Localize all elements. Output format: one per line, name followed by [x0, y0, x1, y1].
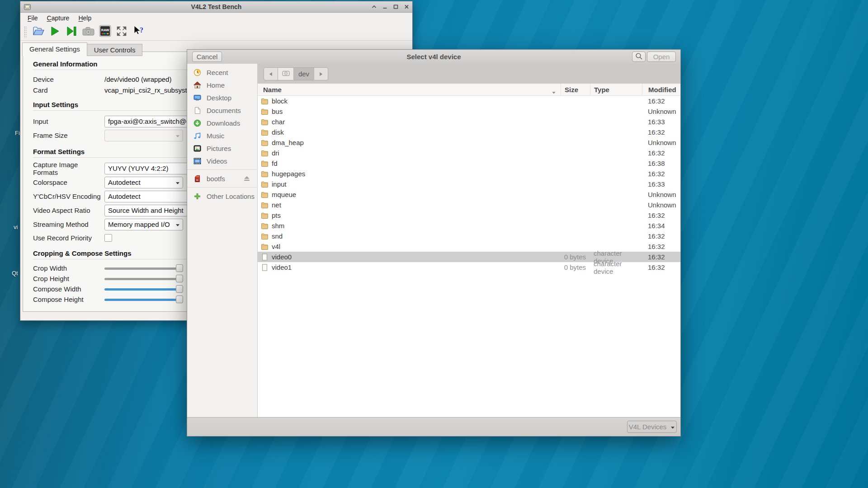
desktop-icon-label[interactable]: Qt: [12, 270, 18, 277]
file-row-video1[interactable]: video10 bytescharacter device16:32: [258, 262, 680, 272]
fullscreen-button[interactable]: [115, 25, 128, 39]
raw-capture-button[interactable]: RAW: [98, 25, 112, 39]
compose-height-slider[interactable]: [104, 296, 183, 304]
crop-height-slider[interactable]: [104, 275, 183, 283]
field-label: Crop Width: [33, 264, 104, 272]
maximize-icon[interactable]: [393, 5, 399, 9]
step-frame-button[interactable]: [65, 25, 78, 39]
column-header-size[interactable]: Size: [561, 84, 590, 95]
tab-general-settings[interactable]: General Settings: [22, 42, 87, 56]
file-row-pts[interactable]: pts16:32: [258, 210, 680, 221]
folder-icon: [261, 223, 269, 229]
svg-text:SD: SD: [196, 179, 199, 181]
sidebar-item-desktop[interactable]: Desktop: [187, 91, 257, 104]
file-row-snd[interactable]: snd16:32: [258, 231, 680, 241]
titlebar: V4L2 Test Bench: [20, 1, 412, 13]
file-modified: 16:32: [642, 128, 680, 136]
file-row-dri[interactable]: dri16:32: [258, 148, 680, 158]
folder-icon: [261, 98, 269, 104]
file-row-input[interactable]: input16:33: [258, 179, 680, 189]
file-name: block: [272, 97, 288, 105]
use-record-priority-checkbox[interactable]: [104, 234, 112, 242]
file-row-net[interactable]: netUnknown: [258, 200, 680, 210]
minimize-icon[interactable]: [382, 5, 388, 9]
filesystem-root-button[interactable]: [278, 68, 294, 80]
dialog-body: RecentHomeDesktopDocumentsDownloadsMusic…: [187, 64, 680, 418]
sidebar-item-recent[interactable]: Recent: [187, 66, 257, 79]
menu-capture[interactable]: Capture: [42, 13, 74, 23]
svg-text:RAW: RAW: [101, 28, 109, 32]
column-header-name[interactable]: Name: [258, 84, 561, 95]
menu-file[interactable]: File: [23, 13, 42, 23]
field-label: Colorspace: [33, 178, 104, 186]
step-icon: [66, 26, 77, 38]
column-header-type[interactable]: Type: [590, 84, 642, 95]
sidebar-item-videos[interactable]: Videos: [187, 155, 257, 167]
sidebar-item-documents[interactable]: Documents: [187, 104, 257, 117]
shade-icon[interactable]: [371, 5, 377, 9]
slider-thumb[interactable]: [176, 275, 183, 282]
cancel-button[interactable]: Cancel: [192, 52, 222, 62]
file-name: dma_heap: [272, 139, 304, 146]
file-row-fd[interactable]: fd16:38: [258, 158, 680, 169]
frame-size-combobox[interactable]: [104, 130, 183, 141]
file-row-mqueue[interactable]: mqueueUnknown: [258, 189, 680, 200]
file-name: mqueue: [272, 191, 296, 198]
file-list: block16:32busUnknownchar16:33disk16:32dm…: [258, 96, 680, 418]
compose-width-slider[interactable]: [104, 285, 183, 293]
sidebar-item-other-locations[interactable]: Other Locations: [187, 190, 257, 202]
file-filter-combo[interactable]: V4L Devices: [627, 421, 677, 433]
toolbar-grip-handle[interactable]: [24, 26, 27, 38]
close-icon[interactable]: [404, 5, 410, 9]
play-icon: [50, 26, 60, 38]
snapshot-button[interactable]: [81, 25, 95, 39]
colorspace-combobox[interactable]: Autodetect: [104, 177, 183, 188]
file-modified: 16:32: [642, 149, 680, 157]
menu-help[interactable]: Help: [74, 13, 96, 23]
file-modified: 16:32: [642, 170, 680, 178]
open-button[interactable]: Open: [647, 52, 676, 62]
file-row-shm[interactable]: shm16:34: [258, 221, 680, 231]
desktop-icon-label[interactable]: Fi: [15, 130, 20, 136]
file-row-block[interactable]: block16:32: [258, 96, 680, 106]
file-name: v4l: [272, 243, 280, 250]
whats-this-button[interactable]: ?: [132, 25, 145, 39]
desktop-icon-label[interactable]: vi: [14, 224, 18, 230]
sidebar-item-home[interactable]: Home: [187, 79, 257, 91]
file-row-bus[interactable]: busUnknown: [258, 106, 680, 117]
slider-thumb[interactable]: [176, 264, 183, 272]
file-row-hugepages[interactable]: hugepages16:32: [258, 169, 680, 179]
file-name: video0: [272, 253, 292, 261]
breadcrumb-segment-dev[interactable]: dev: [294, 68, 314, 80]
field-label: Compose Height: [33, 296, 104, 303]
file-row-dma_heap[interactable]: dma_heapUnknown: [258, 137, 680, 148]
back-button[interactable]: [264, 68, 278, 80]
start-capture-button[interactable]: [48, 25, 61, 39]
open-device-button[interactable]: [31, 25, 45, 39]
file-row-char[interactable]: char16:33: [258, 117, 680, 127]
dialog-title: Select v4l device: [187, 50, 680, 64]
slider-thumb[interactable]: [176, 285, 183, 293]
column-header-modified[interactable]: Modified: [642, 84, 681, 95]
forward-button[interactable]: [314, 68, 328, 80]
forward-icon: [319, 70, 323, 78]
sidebar-item-downloads[interactable]: Downloads: [187, 117, 257, 129]
sidebar-item-music[interactable]: Music: [187, 129, 257, 142]
search-button[interactable]: [632, 52, 646, 62]
sidebar-separator: [187, 187, 257, 188]
file-size: 0 bytes: [561, 263, 590, 271]
file-name: net: [272, 201, 281, 209]
sidebar-item-pictures[interactable]: Pictures: [187, 142, 257, 155]
streaming-method-combobox[interactable]: Memory mapped I/O: [104, 219, 183, 230]
file-modified: 16:38: [642, 160, 680, 167]
file-name: video1: [272, 263, 292, 271]
crop-width-slider[interactable]: [104, 264, 183, 272]
tab-user-controls[interactable]: User Controls: [87, 44, 143, 56]
file-name-cell: disk: [258, 128, 561, 136]
slider-thumb[interactable]: [176, 296, 183, 303]
file-row-disk[interactable]: disk16:32: [258, 127, 680, 137]
sidebar-item-bootfs[interactable]: SDbootfs: [187, 172, 257, 185]
folder-icon: [261, 119, 269, 125]
eject-icon[interactable]: [244, 176, 250, 181]
sidebar-item-label: Downloads: [207, 119, 240, 127]
